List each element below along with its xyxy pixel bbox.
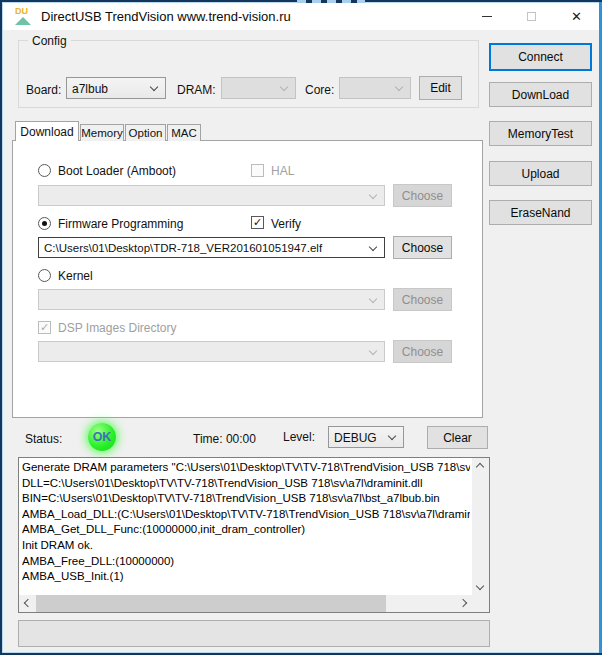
level-value: DEBUG	[334, 431, 383, 445]
verify-label: Verify	[271, 217, 301, 231]
level-combobox[interactable]: DEBUG	[328, 426, 404, 448]
scroll-down-icon[interactable]	[476, 582, 484, 590]
chevron-down-icon	[395, 83, 403, 91]
chevron-down-icon	[150, 83, 158, 91]
chevron-down-icon	[369, 243, 377, 251]
log-line: DLL=C:\Users\01\Desktop\TV\TV-718\TrendV…	[22, 476, 470, 492]
boot-loader-radio[interactable]	[38, 164, 51, 177]
board-combobox[interactable]: a7lbub	[66, 77, 166, 99]
scrollbar-corner	[472, 595, 489, 612]
log-output[interactable]: Generate DRAM parameters "C:\Users\01\De…	[18, 457, 490, 613]
dsp-path-combobox	[38, 341, 385, 362]
kernel-label: Kernel	[58, 269, 93, 283]
minimize-button[interactable]	[464, 3, 509, 30]
boot-loader-label: Boot Loader (Amboot)	[58, 164, 176, 178]
chevron-down-icon	[280, 83, 288, 91]
status-label: Status:	[25, 432, 62, 446]
firmware-programming-label: Firmware Programming	[58, 217, 183, 231]
firmware-path-combobox[interactable]: C:\Users\01\Desktop\TDR-718_VER201601051…	[38, 237, 385, 258]
app-icon: DU	[14, 8, 32, 25]
scroll-up-icon[interactable]	[476, 463, 484, 471]
vertical-scrollbar[interactable]	[472, 458, 489, 595]
dsp-images-checkbox: ✓	[38, 321, 51, 334]
log-lines: Generate DRAM parameters "C:\Users\01\De…	[22, 460, 470, 593]
minimize-icon	[482, 16, 492, 17]
log-line: AMBA_USB_Init.(1)	[22, 569, 470, 585]
close-icon: ✕	[571, 9, 582, 24]
tab-option[interactable]: Option	[125, 124, 166, 141]
core-label: Core:	[305, 83, 334, 97]
board-value: a7lbub	[72, 82, 145, 96]
core-combobox	[339, 77, 411, 99]
kernel-choose-button: Choose	[393, 288, 452, 311]
upload-button[interactable]: Upload	[489, 161, 592, 186]
log-line: AMBA_Load_DLL:(C:\Users\01\Desktop\TV\TV…	[22, 507, 470, 523]
close-button[interactable]: ✕	[554, 3, 599, 30]
title-bar: DU DirectUSB TrendVision www.trend-visio…	[3, 3, 599, 30]
connect-button[interactable]: Connect	[489, 43, 592, 71]
kernel-radio[interactable]	[38, 269, 51, 282]
status-value: OK	[93, 430, 112, 444]
app-icon-triangle	[15, 17, 31, 25]
caption-buttons: ✕	[464, 3, 599, 30]
hal-checkbox	[251, 164, 264, 177]
chevron-down-icon	[388, 432, 396, 440]
tab-memory[interactable]: Memory	[80, 124, 124, 141]
app-icon-letters: DU	[15, 6, 28, 16]
hal-label: HAL	[271, 164, 294, 178]
download-button[interactable]: DownLoad	[489, 82, 592, 107]
chevron-down-icon	[369, 347, 377, 355]
time-text: Time: 00:00	[193, 432, 256, 446]
dram-label: DRAM:	[177, 83, 216, 97]
verify-checkbox[interactable]: ✓	[251, 216, 264, 229]
check-icon: ✓	[253, 216, 262, 228]
window-title: DirectUSB TrendVision www.trend-vision.r…	[41, 9, 291, 24]
log-line: AMBA_Get_DLL_Func:(10000000,init_dram_co…	[22, 522, 470, 538]
maximize-button	[509, 3, 554, 30]
config-group-label: Config	[28, 34, 71, 48]
level-label: Level:	[283, 430, 315, 444]
check-icon: ✓	[40, 321, 49, 333]
tab-download[interactable]: Download	[15, 121, 79, 141]
chevron-down-icon	[369, 191, 377, 199]
status-ok-indicator: OK	[88, 423, 116, 451]
board-label: Board:	[26, 83, 61, 97]
firmware-path-value: C:\Users\01\Desktop\TDR-718_VER201601051…	[44, 242, 364, 254]
chevron-down-icon	[369, 295, 377, 303]
kernel-path-combobox	[38, 289, 385, 310]
dram-combobox	[221, 77, 296, 99]
progress-bar	[18, 620, 490, 647]
time-value: 00:00	[226, 432, 256, 446]
horizontal-scrollbar[interactable]	[19, 595, 472, 612]
clear-button[interactable]: Clear	[427, 426, 488, 449]
dsp-choose-button: Choose	[393, 340, 452, 363]
log-line: BIN=C:\Users\01\Desktop\TV\TV-718\TrendV…	[22, 491, 470, 507]
time-label: Time:	[193, 432, 223, 446]
boot-loader-path-combobox	[38, 185, 385, 206]
tab-mac[interactable]: MAC	[167, 124, 201, 141]
firmware-programming-radio[interactable]	[38, 217, 51, 230]
app-window: DU DirectUSB TrendVision www.trend-visio…	[0, 0, 602, 655]
horizontal-scroll-thumb[interactable]	[36, 595, 386, 612]
boot-loader-choose-button: Choose	[393, 184, 452, 207]
maximize-icon	[527, 12, 536, 21]
log-line: AMBA_Free_DLL:(10000000)	[22, 554, 470, 570]
edit-button[interactable]: Edit	[419, 76, 462, 100]
scroll-left-icon[interactable]	[24, 599, 32, 607]
log-line: Generate DRAM parameters "C:\Users\01\De…	[22, 460, 470, 476]
scroll-right-icon[interactable]	[459, 599, 467, 607]
erase-nand-button[interactable]: EraseNand	[489, 200, 592, 225]
memory-test-button[interactable]: MemoryTest	[489, 121, 592, 146]
log-line: Init DRAM ok.	[22, 538, 470, 554]
dsp-images-label: DSP Images Directory	[58, 321, 176, 335]
firmware-choose-button[interactable]: Choose	[393, 236, 452, 259]
